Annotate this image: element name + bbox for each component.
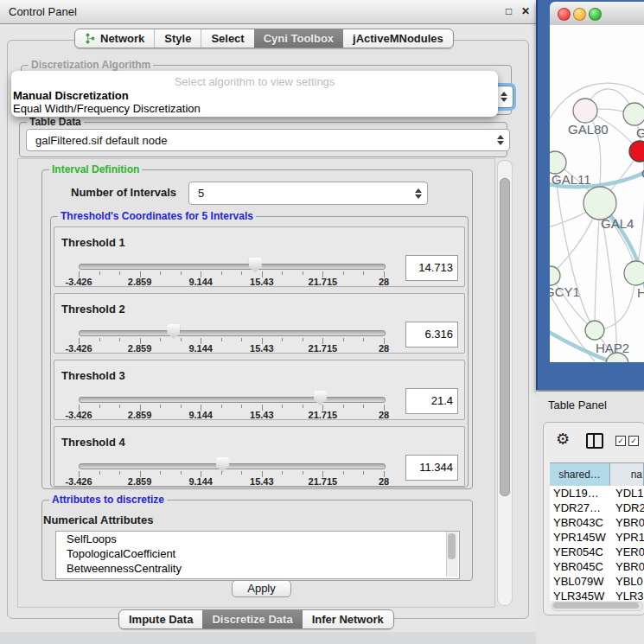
table-cell-name: YPR1: [615, 530, 644, 545]
table-cell-shared-name: YBR043C: [550, 515, 615, 530]
table-data-combobox[interactable]: galFiltered.sif default node: [26, 129, 510, 151]
node-gal80: [573, 99, 597, 123]
table-cell-name: YLR3: [615, 589, 644, 601]
table-panel-title: Table Panel: [548, 399, 607, 411]
table-data-combobox-value: galFiltered.sif default node: [35, 134, 167, 147]
table-row[interactable]: YDR27…YDR2: [550, 501, 644, 515]
slider-tick: [99, 405, 100, 408]
tick-label: -3.426: [65, 343, 92, 354]
threshold-value-field[interactable]: 6.316: [405, 322, 458, 348]
numerical-attributes-label: Numerical Attributes: [43, 513, 153, 526]
bottom-tab-infer-network[interactable]: Infer Network: [303, 610, 393, 628]
tick-label: 21.715: [309, 410, 338, 420]
table-row[interactable]: YER054CYER0: [550, 545, 644, 559]
bottom-tab-impute-data[interactable]: Impute Data: [119, 610, 202, 628]
threshold-slider-track[interactable]: [79, 397, 386, 403]
tab-style[interactable]: Style: [154, 29, 201, 48]
threshold-slider-thumb[interactable]: [314, 391, 327, 405]
threshold-label: Threshold 3: [61, 369, 125, 382]
algorithm-option-equal-width-frequency-discretization[interactable]: Equal Width/Frequency Discretization: [13, 102, 500, 115]
bottom-tab-discretize-data[interactable]: Discretize Data: [202, 610, 302, 628]
table-row[interactable]: YDL19…YDL1: [550, 486, 644, 501]
node-label-gal11: GAL11: [552, 172, 591, 187]
float-window-icon[interactable]: □: [506, 5, 512, 17]
network-view-window: GAL80GACGAL11GAL4GCY1HHAP2: [536, 0, 644, 390]
control-panel-titlebar: Control Panel □ ✕: [0, 0, 536, 24]
tab-select[interactable]: Select: [201, 29, 253, 48]
threshold-value-field[interactable]: 21.4: [405, 388, 458, 414]
attribute-item-selfloops[interactable]: SelfLoops: [56, 532, 459, 546]
attribute-item-betweennesscentrality[interactable]: BetweennessCentrality: [56, 561, 459, 576]
threshold-value-field[interactable]: 14.713: [405, 255, 458, 281]
table-row[interactable]: YLR345WYLR3: [550, 589, 644, 601]
tick-label: 9.144: [188, 343, 213, 354]
network-canvas[interactable]: GAL80GACGAL11GAL4GCY1HHAP2: [550, 25, 644, 362]
threshold-slider-thumb[interactable]: [249, 258, 262, 272]
vertical-scrollbar-thumb[interactable]: [500, 178, 510, 496]
checkbox-checked-icon[interactable]: [615, 436, 626, 446]
algorithm-dropdown-popup: Select algorithm to view settings Manual…: [11, 71, 498, 117]
control-panel-tabbar: NetworkStyleSelectCyni ToolboxjActiveMNo…: [74, 29, 454, 48]
algorithm-placeholder-option[interactable]: Select algorithm to view settings: [11, 75, 498, 88]
tab-jactivemnodules[interactable]: jActiveMNodules: [343, 29, 453, 48]
slider-tick: [241, 471, 242, 475]
column-header-shared-name[interactable]: shared…: [550, 463, 610, 486]
list-scrollbar-thumb[interactable]: [448, 533, 456, 559]
table-cell-name: YBR0: [615, 559, 644, 574]
thresholds-title: Threshold's Coordinates for 5 Intervals: [58, 210, 256, 222]
threshold-slider-track[interactable]: [79, 463, 386, 469]
tick-label: 15.43: [250, 277, 274, 287]
tick-label: 21.715: [309, 343, 338, 354]
tick-label: -3.426: [65, 410, 92, 420]
tab-network[interactable]: Network: [75, 29, 154, 48]
numerical-attributes-list[interactable]: SelfLoopsTopologicalCoefficientBetweenne…: [55, 531, 460, 579]
threshold-slider-thumb[interactable]: [167, 324, 180, 339]
tick-label: 21.715: [309, 476, 338, 487]
slider-tick: [181, 271, 182, 275]
slider-tick: [363, 471, 364, 475]
table-cell-name: YDL1: [615, 486, 644, 501]
table-cell-shared-name: YDR27…: [550, 501, 615, 515]
threshold-slider-track[interactable]: [79, 330, 386, 336]
tick-label: 9.144: [188, 410, 213, 420]
table-row[interactable]: YBR043CYBR0: [550, 515, 644, 530]
threshold-panel-2: Threshold 2-3.4262.8599.14415.4321.71528…: [54, 293, 465, 354]
slider-tick: [119, 471, 120, 475]
network-window-titlebar: [550, 2, 644, 26]
attribute-item-topologicalcoefficient[interactable]: TopologicalCoefficient: [56, 546, 459, 561]
horizontal-scrollbar-thumb[interactable]: [553, 603, 639, 609]
network-icon: [85, 33, 96, 44]
slider-tick: [303, 471, 303, 475]
node-label-gal4: GAL4: [601, 216, 634, 231]
slider-tick: [241, 338, 242, 341]
tick-label: 15.43: [250, 410, 274, 420]
number-of-intervals-combobox[interactable]: 5: [188, 182, 428, 205]
threshold-slider-track[interactable]: [79, 264, 386, 270]
zoom-traffic-light-icon[interactable]: [589, 8, 602, 21]
table-row[interactable]: YBL079WYBL0: [550, 574, 644, 589]
table-cell-shared-name: YDL19…: [550, 486, 615, 501]
slider-tick: [99, 471, 100, 475]
table-row[interactable]: YBR045CYBR0: [550, 559, 644, 574]
close-window-icon[interactable]: ✕: [521, 5, 530, 17]
apply-button[interactable]: Apply: [232, 580, 291, 597]
tab-label: Style: [164, 32, 191, 45]
slider-tick: [160, 471, 161, 475]
algorithm-option-manual-discretization[interactable]: Manual Discretization: [13, 89, 500, 102]
threshold-label: Threshold 1: [61, 236, 125, 249]
gear-icon[interactable]: ⚙: [556, 430, 570, 449]
tick-label: 9.144: [188, 277, 213, 287]
threshold-slider-thumb[interactable]: [216, 457, 229, 472]
table-row[interactable]: YPR145WYPR1: [550, 530, 644, 545]
slider-tick: [241, 405, 242, 408]
column-header-name[interactable]: na: [610, 463, 644, 486]
threshold-value-field[interactable]: 11.344: [405, 455, 458, 481]
close-traffic-light-icon[interactable]: [558, 8, 571, 21]
checkbox-checked-icon[interactable]: [628, 436, 639, 446]
tab-cyni-toolbox[interactable]: Cyni Toolbox: [254, 29, 343, 48]
slider-tick: [363, 338, 364, 341]
slider-tick: [303, 338, 303, 341]
split-columns-icon[interactable]: [586, 433, 603, 449]
bottom-tab-label: Discretize Data: [212, 613, 292, 626]
minimize-traffic-light-icon[interactable]: [573, 8, 586, 21]
